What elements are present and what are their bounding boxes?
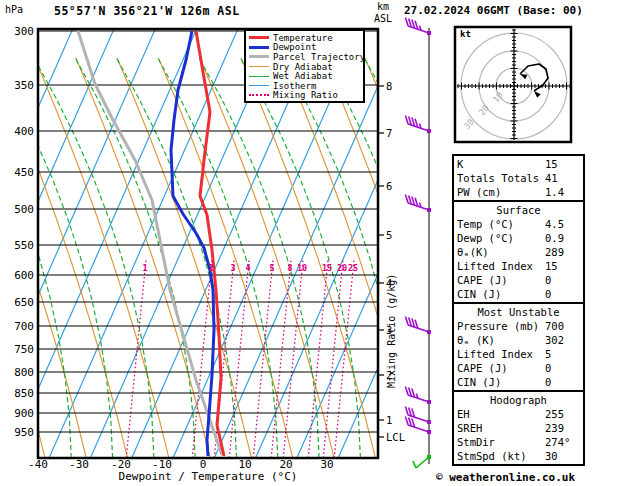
mixing-ratio-value-label: 10 <box>297 263 307 273</box>
km-tick-label: 7 <box>386 127 392 139</box>
legend-line-sample-icon <box>249 46 269 49</box>
pressure-tick-label: 700 <box>14 320 34 333</box>
mixing-ratio-axis-label: Mixing Ratio (g/kg) <box>386 223 397 388</box>
panel-row-label: CIN (J) <box>457 288 501 300</box>
panel-row-label: PW (cm) <box>457 186 501 198</box>
legend-item-label: Parcel Trajectory <box>273 52 365 62</box>
panel-row-value: 274° <box>545 435 570 449</box>
panel-row-label: Dewp (°C) <box>457 232 514 244</box>
wind-barb-icon <box>405 115 431 133</box>
wind-barb-icon <box>405 316 431 334</box>
hodograph-ring-label: 20 <box>477 103 491 117</box>
panel-row-value: 41 <box>545 171 558 185</box>
wind-barb-icon <box>405 17 431 35</box>
panel-row-label: CIN (J) <box>457 376 501 388</box>
panel-row-value: 30 <box>545 449 558 463</box>
panel-row-label: θₑ (K) <box>457 334 495 346</box>
wind-barb-icon <box>413 455 431 468</box>
legend-item-label: Dry Adiabat <box>273 62 333 72</box>
legend-item-label: Temperature <box>273 33 333 43</box>
panel-row-value: 700 <box>545 319 564 333</box>
legend-box: TemperatureDewpointParcel TrajectoryDry … <box>244 29 365 103</box>
pressure-unit-label: hPa <box>5 4 23 15</box>
pressure-tick-label: 500 <box>14 203 34 216</box>
pressure-tick-label: 350 <box>14 79 34 92</box>
legend-line-sample-icon <box>249 76 269 77</box>
panel-row: Lifted Index15 <box>457 259 580 273</box>
lcl-label: LCL <box>386 431 405 443</box>
panel-row-value: 289 <box>545 245 564 259</box>
pressure-tick-label: 300 <box>14 25 34 38</box>
pressure-tick-label: 600 <box>14 269 34 282</box>
wind-barb-icon <box>405 386 431 404</box>
panel-row: Totals Totals41 <box>457 171 580 185</box>
altitude-unit-label: km ASL <box>369 1 397 25</box>
legend-item: Temperature <box>249 33 361 43</box>
panel-row: θₑ(K)289 <box>457 245 580 259</box>
datetime-title: 27.02.2024 06GMT (Base: 00) <box>404 4 583 17</box>
panel-row-label: Pressure (mb) <box>457 320 539 332</box>
panel-row: CAPE (J)0 <box>457 273 580 287</box>
legend-item: Parcel Trajectory <box>249 52 361 62</box>
panel-row: PW (cm)1.4 <box>457 185 580 199</box>
panel-row-label: K <box>457 158 463 170</box>
hodograph-ring-label: 10 <box>491 90 505 104</box>
panel-row-value: 0 <box>545 273 551 287</box>
panel-row: StmDir274° <box>457 435 580 449</box>
panel-row-label: CAPE (J) <box>457 362 508 374</box>
panel-row: θₑ (K)302 <box>457 333 580 347</box>
panel-section: HodographEH255SREH239StmDir274°StmSpd (k… <box>452 390 585 466</box>
panel-section: Most UnstablePressure (mb)700θₑ (K)302Li… <box>452 302 585 392</box>
panel-row: K15 <box>457 157 580 171</box>
legend-item-label: Dewpoint <box>273 42 316 52</box>
legend-item: Dry Adiabat <box>249 62 361 72</box>
km-tick-label: 6 <box>386 180 392 192</box>
panel-row-label: Temp (°C) <box>457 218 514 230</box>
km-tick-label: 1 <box>386 414 392 426</box>
mixing-ratio-value-label: 3 <box>230 263 235 273</box>
legend-line-sample-icon <box>249 94 269 96</box>
x-axis-label: Dewpoint / Temperature (°C) <box>38 470 378 483</box>
legend-line-sample-icon <box>249 55 269 58</box>
panel-row: Pressure (mb)700 <box>457 319 580 333</box>
panel-section-title: Surface <box>457 203 580 217</box>
panel-row-label: EH <box>457 408 470 420</box>
skewt-sounding-app: 3003504004505005506006507007508008509009… <box>0 0 629 486</box>
panel-row-label: Totals Totals <box>457 172 539 184</box>
panel-row-value: 0 <box>545 361 551 375</box>
pressure-tick-label: 750 <box>14 343 34 356</box>
panel-row-label: Lifted Index <box>457 348 533 360</box>
panel-row: Lifted Index5 <box>457 347 580 361</box>
panel-row: CIN (J)0 <box>457 287 580 301</box>
hodograph-ring-label: 30 <box>462 117 476 131</box>
km-tick-label: 8 <box>386 80 392 92</box>
panel-row-value: 4.5 <box>545 217 564 231</box>
wind-barb-icon <box>405 194 431 212</box>
panel-row: Dewp (°C)0.9 <box>457 231 580 245</box>
pressure-tick-label: 900 <box>14 407 34 420</box>
panel-row-label: StmSpd (kt) <box>457 450 527 462</box>
legend-item-label: Mixing Ratio <box>273 90 338 100</box>
panel-row-value: 15 <box>545 259 558 273</box>
panel-row-value: 0 <box>545 287 551 301</box>
panel-row: CAPE (J)0 <box>457 361 580 375</box>
mixing-ratio-value-label: 25 <box>348 263 358 273</box>
legend-item: Wet Adiabat <box>249 71 361 81</box>
panel-row: StmSpd (kt)30 <box>457 449 580 463</box>
legend-item: Isotherm <box>249 81 361 91</box>
panel-section: K15Totals Totals41PW (cm)1.4 <box>452 154 585 202</box>
panel-row-value: 0.9 <box>545 231 564 245</box>
panel-row-value: 239 <box>545 421 564 435</box>
mixing-ratio-value-label: 20 <box>337 263 347 273</box>
panel-row: CIN (J)0 <box>457 375 580 389</box>
indices-panel: K15Totals Totals41PW (cm)1.4SurfaceTemp … <box>452 156 585 466</box>
hodograph-unit-label: kt <box>460 29 471 39</box>
panel-row-value: 0 <box>545 375 551 389</box>
mixing-ratio-value-label: 5 <box>269 263 274 273</box>
pressure-tick-label: 650 <box>14 296 34 309</box>
pressure-tick-label: 800 <box>14 366 34 379</box>
panel-row-label: SREH <box>457 422 482 434</box>
legend-item-label: Wet Adiabat <box>273 71 333 81</box>
mixing-ratio-value-label: 2 <box>208 263 213 273</box>
pressure-tick-label: 950 <box>14 426 34 439</box>
